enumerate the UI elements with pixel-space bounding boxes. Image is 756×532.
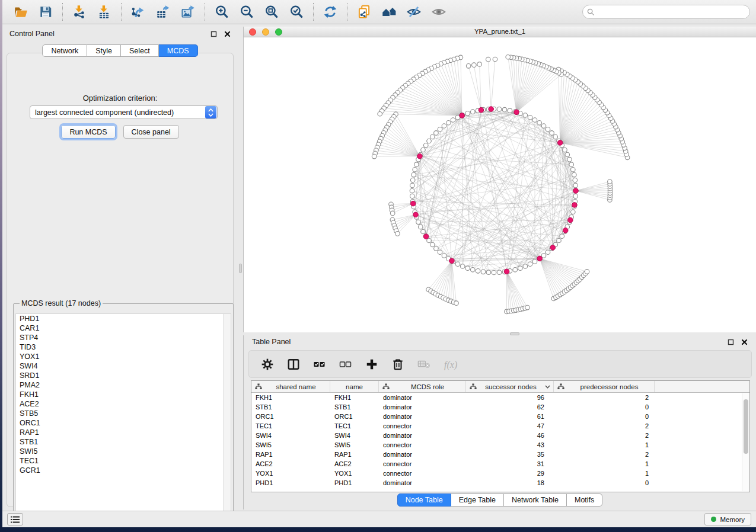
tab-edge-table[interactable]: Edge Table [451,493,504,507]
attribute-type-icon [557,383,564,390]
close-panel-icon[interactable] [741,339,748,345]
minimize-window-icon[interactable] [262,28,269,36]
mcds-result-item[interactable]: GCR1 [16,466,231,475]
mcds-list-scrollbar[interactable] [223,314,231,521]
mcds-result-item[interactable]: STB1 [16,437,231,447]
close-panel-icon[interactable] [224,31,231,37]
zoom-selected-icon[interactable] [284,2,309,22]
close-window-icon[interactable] [249,28,256,36]
task-list-icon [11,516,20,523]
table-cell: FKH1 [330,393,379,402]
show-all-icon[interactable] [426,2,451,22]
network-window: YPA_prune.txt_1 [243,27,756,332]
mcds-result-list[interactable]: PHD1CAR1STP4TID3YOX1SWI4SRD1PMA2FKH1ACE2… [15,313,231,521]
add-column-icon[interactable] [365,358,378,371]
table-row[interactable]: TEC1TEC1connector472 [251,421,749,431]
float-panel-icon[interactable] [728,339,734,345]
table-row[interactable]: ACE2ACE2connector311 [251,459,749,469]
task-history-button[interactable] [7,513,23,525]
table-row[interactable]: FKH1FKH1dominator962 [251,393,749,402]
mcds-result-item[interactable]: TEC1 [16,456,231,466]
open-file-icon[interactable] [8,2,33,22]
tab-style[interactable]: Style [87,44,121,57]
mcds-result-item[interactable]: STP4 [16,333,231,342]
toolbar-separator [62,3,63,21]
optimization-criterion-select[interactable]: largest connected component (undirected) [30,105,218,119]
table-scrollbar-thumb[interactable] [744,399,748,454]
table-row[interactable]: PHD1PHD1dominator180 [251,478,749,488]
pin-panel-icon[interactable] [287,358,300,371]
search-input[interactable] [598,6,745,18]
zoom-in-icon[interactable] [209,2,234,22]
table-row[interactable]: SWI4SWI4dominator462 [251,431,749,440]
tab-node-table[interactable]: Node Table [397,493,451,507]
table-scrollbar[interactable] [742,393,749,491]
apply-layout-icon[interactable] [318,2,343,22]
mcds-result-item[interactable]: TID3 [16,342,231,352]
tab-mcds[interactable]: MCDS [159,44,198,57]
column-header-MCDS-role[interactable]: MCDS role [379,381,466,392]
save-session-icon[interactable] [33,2,58,22]
mcds-tab-content: Optimization criterion: largest connecte… [7,53,234,507]
import-table-icon[interactable] [92,2,117,22]
zoom-out-icon[interactable] [234,2,259,22]
hide-selected-icon[interactable] [401,2,426,22]
column-header-shared-name[interactable]: shared name [251,381,330,392]
table-row[interactable]: RAP1RAP1dominator352 [251,450,749,459]
import-network-icon[interactable] [67,2,92,22]
maximize-window-icon[interactable] [275,28,282,36]
run-mcds-button[interactable]: Run MCDS [61,125,115,139]
network-titlebar[interactable]: YPA_prune.txt_1 [244,27,756,37]
table-cell: ACE2 [251,459,330,469]
tab-select[interactable]: Select [121,44,159,57]
table-cell: SWI4 [330,431,379,440]
control-tab-bar: NetworkStyleSelectMCDS [2,44,238,57]
deselect-all-icon[interactable] [339,358,352,371]
splitter-handle[interactable] [239,264,242,273]
mcds-result-item[interactable]: PHD1 [16,314,231,323]
delete-column-icon[interactable] [391,358,404,371]
table-row[interactable]: SWI5SWI5connector431 [251,440,749,450]
column-header-predecessor-nodes[interactable]: predecessor nodes [554,381,655,392]
mcds-result-item[interactable]: STB5 [16,409,231,418]
select-all-icon[interactable] [313,358,326,371]
mcds-result-item[interactable]: PMA2 [16,380,231,390]
tab-network-table[interactable]: Network Table [504,493,567,507]
float-panel-icon[interactable] [210,31,217,37]
search-icon [587,8,595,16]
column-header-successor-nodes[interactable]: successor nodes [466,381,554,392]
mcds-result-item[interactable]: YOX1 [16,352,231,361]
mcds-result-item[interactable]: SRD1 [16,371,231,380]
app-window: Control Panel Optimization criterion: la… [2,0,756,527]
mcds-result-item[interactable]: ACE2 [16,399,231,409]
mcds-result-item[interactable]: ORC1 [16,418,231,428]
node-table[interactable]: shared namenameMCDS rolesuccessor nodesp… [251,380,750,492]
vertical-splitter[interactable] [238,27,243,510]
memory-button[interactable]: Memory [704,513,751,525]
column-header-name[interactable]: name [330,381,379,392]
search-box[interactable] [582,5,750,19]
table-cell: 1 [554,459,655,469]
table-cell: SWI5 [330,440,379,450]
table-row[interactable]: ORC1ORC1dominator610 [251,412,749,421]
clone-network-icon[interactable] [352,2,377,22]
tab-network[interactable]: Network [42,44,87,57]
mcds-result-item[interactable]: FKH1 [16,390,231,399]
mcds-result-item[interactable]: SWI5 [16,447,231,456]
table-row[interactable]: YOX1YOX1connector291 [251,469,749,478]
mcds-result-item[interactable]: RAP1 [16,428,231,437]
mcds-result-item[interactable]: CAR1 [16,323,231,333]
zoom-fit-icon[interactable] [259,2,284,22]
mcds-result-item[interactable]: SWI4 [16,361,231,371]
table-cell: 31 [466,459,554,469]
close-panel-button[interactable]: Close panel [123,125,179,139]
first-neighbors-icon[interactable] [377,2,401,22]
table-settings-icon[interactable] [261,358,274,371]
tab-motifs[interactable]: Motifs [567,493,602,507]
network-canvas[interactable] [244,37,756,332]
export-image-icon[interactable] [176,2,200,22]
optimization-criterion-label: Optimization criterion: [7,94,233,102]
export-table-icon[interactable] [151,2,176,22]
export-network-icon[interactable] [126,2,151,22]
table-row[interactable]: STB1STB1dominator620 [251,402,749,412]
